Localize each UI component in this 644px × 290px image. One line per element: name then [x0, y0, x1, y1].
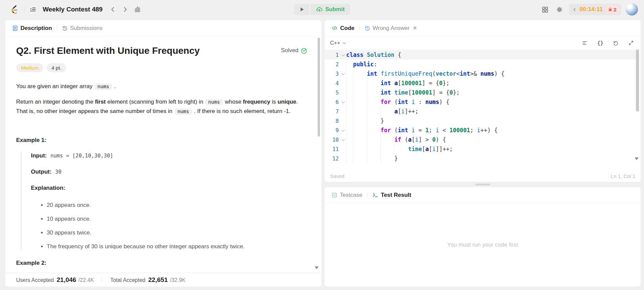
fold-caret-icon[interactable] — [339, 139, 346, 141]
input-label: Input: — [31, 152, 47, 159]
submit-button[interactable]: Submit — [311, 4, 350, 15]
tab-wrong-answer[interactable]: Wrong Answer ✕ — [364, 24, 418, 33]
run-code-placeholder: You must run your code first — [325, 203, 641, 287]
code-line[interactable]: 2public: — [325, 60, 636, 69]
settings-gear-icon[interactable] — [555, 5, 564, 14]
divider — [367, 192, 367, 198]
tab-code[interactable]: Code — [331, 24, 355, 33]
run-button[interactable] — [294, 4, 310, 15]
code-line[interactable]: 6for (int i : nums) { — [325, 97, 636, 107]
indent-guides — [346, 154, 394, 163]
divider — [359, 26, 360, 31]
code-line[interactable]: 8} — [325, 116, 636, 125]
problem-paragraph: You are given an integer array nums . — [16, 82, 309, 91]
indent-guides — [346, 60, 353, 69]
editor-scroll-down-icon[interactable] — [635, 157, 639, 160]
fold-caret-icon[interactable] — [339, 73, 346, 75]
chevron-down-icon — [343, 41, 346, 44]
tab-test-result[interactable]: Test Result — [371, 190, 412, 200]
brackets-icon[interactable]: {} — [596, 39, 605, 47]
history-icon — [62, 25, 68, 31]
line-number[interactable]: 8 — [325, 118, 339, 124]
test-tabbar: Testcase Test Result — [325, 187, 641, 203]
problem-list-icon[interactable] — [28, 4, 38, 14]
tab-description-label: Description — [21, 25, 52, 32]
description-tabbar: Description Submissions — [5, 20, 321, 36]
topbar-left: Weekly Contest 489 — [0, 3, 142, 16]
code-panel: Code Wrong Answer ✕ C++ — [325, 20, 641, 182]
code-line[interactable]: 5int time[100001] = {0}; — [325, 88, 636, 97]
line-number[interactable]: 11 — [325, 146, 339, 152]
indent-guides — [346, 88, 380, 97]
bullet-item: The frequency of 30 is unique because no… — [47, 242, 309, 251]
total-accepted-label: Total Accepted — [110, 277, 145, 283]
bug-report-badge[interactable]: 2 — [606, 5, 619, 14]
format-code-icon[interactable] — [580, 39, 589, 47]
line-number[interactable]: 5 — [325, 89, 339, 96]
reset-code-icon[interactable] — [611, 39, 620, 47]
description-panel: Description Submissions Q2. First Elemen… — [5, 20, 321, 287]
line-number[interactable]: 9 — [325, 127, 339, 134]
editor-scrollbar[interactable] — [636, 49, 639, 111]
language-select[interactable]: C++ — [330, 40, 345, 46]
next-question-icon[interactable] — [121, 5, 129, 14]
layout-switch-icon[interactable] — [540, 5, 550, 14]
tab-testcase[interactable]: Testcase — [331, 190, 363, 200]
prev-question-icon[interactable] — [109, 5, 117, 14]
code-editor[interactable]: 1class Solution {2public:3int firstUniqu… — [325, 50, 636, 163]
example-explanation-row: Explanation: — [31, 183, 309, 192]
line-number[interactable]: 6 — [325, 99, 339, 105]
line-number[interactable]: 4 — [325, 80, 339, 86]
ranking-chart-icon[interactable] — [133, 5, 142, 14]
problem-description: Q2. First Element with Unique Frequency … — [5, 36, 321, 273]
close-tab-icon[interactable]: ✕ — [413, 25, 417, 31]
problem-paragraph: Return an integer denoting the first ele… — [16, 97, 309, 116]
indent-guides — [346, 144, 408, 154]
code-line[interactable]: 10if (a[i] > 0) { — [325, 135, 636, 144]
line-number[interactable]: 10 — [325, 137, 339, 143]
code-line[interactable]: 9for (int i = 1; i < 100001; i++) { — [325, 125, 636, 135]
tab-test-result-label: Test Result — [381, 192, 411, 198]
history-icon — [364, 25, 370, 31]
contest-title[interactable]: Weekly Contest 489 — [43, 6, 103, 13]
line-number[interactable]: 12 — [325, 155, 339, 162]
tab-wrong-answer-label: Wrong Answer — [373, 25, 410, 32]
input-value: nums = [20,10,30,30] — [50, 153, 113, 159]
tab-code-label: Code — [340, 25, 355, 32]
collapse-timer-icon[interactable] — [572, 7, 577, 12]
line-number[interactable]: 7 — [325, 108, 339, 115]
code-line[interactable]: 11time[a[i]]++; — [325, 144, 636, 154]
expand-editor-icon[interactable] — [627, 39, 635, 47]
fold-caret-icon[interactable] — [339, 101, 346, 103]
tab-submissions[interactable]: Submissions — [61, 24, 103, 33]
fold-caret-icon[interactable] — [339, 129, 346, 132]
indent-guides — [346, 135, 394, 144]
leetcode-logo-icon[interactable] — [8, 3, 21, 16]
line-number[interactable]: 3 — [325, 71, 339, 77]
total-accepted-value: 22,651 — [148, 276, 168, 283]
scroll-down-icon[interactable] — [315, 266, 319, 269]
explanation-bullets: 20 appears once.10 appears once.30 appea… — [31, 201, 309, 251]
code-line[interactable]: 1class Solution { — [325, 50, 636, 60]
inline-code-chip: nums — [175, 108, 192, 115]
difficulty-badge[interactable]: Medium — [16, 63, 43, 72]
output-value: 30 — [55, 169, 62, 175]
code-line[interactable]: 7a[i]++; — [325, 107, 636, 116]
indent-guides — [346, 125, 380, 135]
panel-resize-handle[interactable] — [475, 184, 490, 185]
acceptance-stats: Users Accepted 21,046 /22.4K Total Accep… — [5, 273, 321, 287]
code-line[interactable]: 3int firstUniqueFreq(vector<int>& nums) … — [325, 69, 636, 78]
description-scrollbar[interactable] — [318, 38, 320, 137]
editor-statusbar: Saved Ln 1, Col 1 — [325, 170, 641, 182]
users-accepted-total: /22.4K — [78, 277, 94, 283]
line-number[interactable]: 1 — [325, 52, 339, 58]
fold-caret-icon[interactable] — [339, 54, 346, 56]
user-avatar[interactable] — [626, 3, 638, 15]
code-line[interactable]: 4int a[100001] = {0}; — [325, 78, 636, 88]
divider — [102, 277, 102, 283]
solved-check-icon — [301, 47, 307, 54]
tab-description[interactable]: Description — [11, 24, 53, 33]
line-number[interactable]: 2 — [325, 61, 339, 68]
points-badge[interactable]: 4 pt. — [47, 63, 66, 72]
code-line[interactable]: 12} — [325, 154, 636, 163]
